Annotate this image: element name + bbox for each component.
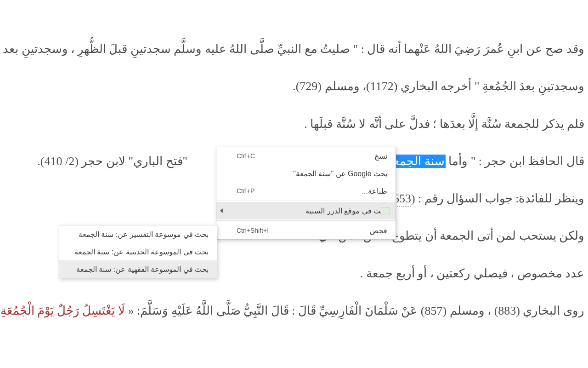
menu-dorar-label: ابحث في موقع الدرر السنية — [237, 207, 389, 215]
menu-print-shortcut: Ctrl+P — [237, 187, 254, 195]
menu-inspect-label: فحص — [269, 226, 387, 235]
submenu-fiqh-label: بحث في الموسوعة الفقهية عن: سنة الجمعة — [68, 265, 209, 274]
submenu-hadith-label: بحث في الموسوعة الحديثية عن: سنة الجمعة — [68, 247, 209, 256]
submenu-arrow-icon — [220, 208, 223, 213]
submenu-fiqh[interactable]: بحث في الموسوعة الفقهية عن: سنة الجمعة — [59, 260, 217, 278]
paragraph-3: فلم يذكر للجمعة سُنَّة إلَّا بعدَها ؛ فد… — [0, 112, 584, 136]
menu-copy[interactable]: نسخ Ctrl+C — [216, 147, 396, 165]
submenu-hadith[interactable]: بحث في الموسوعة الحديثية عن: سنة الجمعة — [59, 243, 217, 260]
submenu-tafsir-label: بحث في موسوعة التفسير عن: سنة الجمعة — [68, 230, 209, 239]
menu-google-search[interactable]: بحث Google عن "سنة الجمعة" — [216, 165, 396, 182]
menu-copy-shortcut: Ctrl+C — [237, 152, 255, 160]
p5-prefix: وينظر للفائدة: جواب السؤال رقم : ( — [411, 192, 584, 205]
menu-separator-2 — [216, 220, 396, 221]
context-menu[interactable]: نسخ Ctrl+C بحث Google عن "سنة الجمعة" طب… — [216, 147, 396, 240]
menu-copy-label: نسخ — [255, 152, 387, 161]
submenu-tafsir[interactable]: بحث في موسوعة التفسير عن: سنة الجمعة — [59, 225, 217, 243]
menu-inspect[interactable]: فحص Ctrl+Shift+I — [216, 222, 396, 239]
menu-print-label: طباعة... — [254, 187, 387, 196]
paragraph-8: روى البخاري (883) ، ومسلم (857) عَنْ سَل… — [0, 299, 584, 323]
p4-suffix-end: "فتح الباري" لابن حجر (2/ 410). — [37, 155, 187, 168]
menu-inspect-shortcut: Ctrl+Shift+I — [237, 227, 269, 234]
hadith-text: لَا يَغْتَسِلُ رَجُلٌ يَوْمَ الْجُمُعَةِ… — [0, 304, 125, 317]
paragraph-1: وقد صح عن ابنِ عُمرَ رَضِيَ اللهُ عَنْهم… — [0, 37, 584, 61]
menu-google-label: بحث Google عن "سنة الجمعة" — [237, 169, 387, 178]
page-root: وقد صح عن ابنِ عُمرَ رَضِيَ اللهُ عَنْهم… — [0, 0, 588, 368]
p8-prefix: روى البخاري (883) ، ومسلم (857) عَنْ سَل… — [125, 304, 584, 317]
p4-prefix: قال الحافظ ابن حجر : " وأما — [446, 155, 584, 168]
context-submenu[interactable]: بحث في موسوعة التفسير عن: سنة الجمعة بحث… — [59, 225, 217, 278]
paragraph-2: وسجدتينِ بعدَ الجُمُعةِ " أخرجه البخاري … — [0, 74, 584, 98]
menu-separator-1 — [216, 201, 396, 201]
dorar-icon — [381, 207, 390, 214]
menu-dorar-search[interactable]: ابحث في موقع الدرر السنية — [216, 202, 396, 219]
menu-print[interactable]: طباعة... Ctrl+P — [216, 182, 396, 200]
